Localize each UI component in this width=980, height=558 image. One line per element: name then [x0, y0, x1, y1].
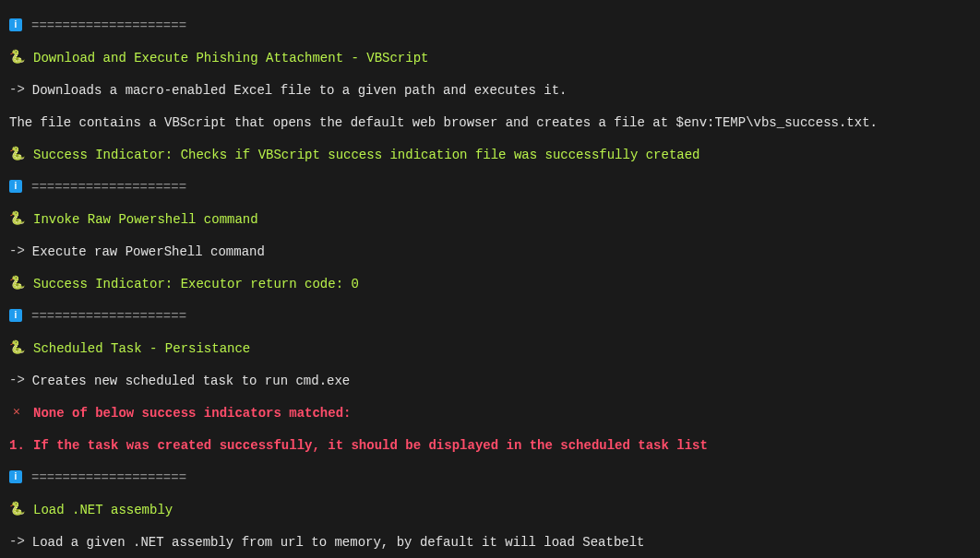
task-desc: Execute raw PowerShell command: [32, 243, 265, 262]
snake-icon: 🐍: [9, 51, 24, 64]
task-title: Scheduled Task - Persistance: [33, 339, 250, 359]
desc-line: -> Execute raw PowerShell command: [9, 243, 971, 262]
divider-text: ====================: [31, 469, 186, 488]
desc-line: -> Creates new scheduled task to run cmd…: [9, 372, 971, 391]
arrow-icon: ->: [9, 374, 25, 386]
fail-item-number: 1.: [9, 436, 24, 456]
title-line: 🐍 Load .NET assembly: [9, 501, 971, 520]
info-icon: i: [9, 18, 22, 31]
title-line: 🐍 Invoke Raw Powershell command: [9, 210, 971, 230]
info-icon: i: [9, 180, 22, 193]
snake-icon: 🐍: [9, 341, 24, 354]
x-icon: ✕: [9, 406, 24, 418]
success-text: Success Indicator: Checks if VBScript su…: [33, 146, 700, 165]
desc-line: -> Load a given .NET assembly from url t…: [9, 533, 971, 552]
snake-icon: 🐍: [9, 212, 24, 225]
divider-text: ====================: [31, 178, 186, 197]
desc-line: -> Downloads a macro-enabled Excel file …: [9, 81, 971, 101]
divider-line: i ====================: [9, 469, 971, 488]
divider-line: i ====================: [9, 17, 971, 36]
snake-icon: 🐍: [9, 503, 24, 516]
task-title: Invoke Raw Powershell command: [33, 210, 258, 230]
arrow-icon: ->: [9, 535, 25, 548]
divider-line: i ====================: [9, 178, 971, 197]
snake-icon: 🐍: [9, 148, 24, 160]
task-desc-extra: The file contains a VBScript that opens …: [9, 113, 878, 133]
success-line: 🐍 Success Indicator: Checks if VBScript …: [9, 146, 971, 165]
divider-text: ====================: [31, 17, 186, 36]
info-icon: i: [9, 309, 22, 322]
divider-text: ====================: [31, 307, 186, 326]
task-desc: Creates new scheduled task to run cmd.ex…: [32, 372, 350, 391]
fail-item-text: If the task was created successfully, it…: [33, 436, 708, 456]
title-line: 🐍 Scheduled Task - Persistance: [9, 339, 971, 359]
info-icon: i: [9, 470, 22, 483]
desc-line-2: The file contains a VBScript that opens …: [9, 113, 971, 133]
task-desc: Load a given .NET assembly from url to m…: [32, 533, 645, 552]
task-desc: Downloads a macro-enabled Excel file to …: [32, 81, 568, 101]
fail-text: None of below success indicators matched…: [33, 404, 351, 423]
task-title: Download and Execute Phishing Attachment…: [33, 49, 428, 68]
snake-icon: 🐍: [9, 277, 24, 290]
success-text: Success Indicator: Executor return code:…: [33, 275, 359, 294]
fail-line: ✕ None of below success indicators match…: [9, 404, 971, 423]
fail-item-line: 1. If the task was created successfully,…: [9, 436, 971, 456]
success-line: 🐍 Success Indicator: Executor return cod…: [9, 275, 971, 294]
arrow-icon: ->: [9, 83, 25, 96]
title-line: 🐍 Download and Execute Phishing Attachme…: [9, 49, 971, 68]
divider-line: i ====================: [9, 307, 971, 326]
arrow-icon: ->: [9, 244, 25, 257]
task-title: Load .NET assembly: [33, 501, 173, 520]
